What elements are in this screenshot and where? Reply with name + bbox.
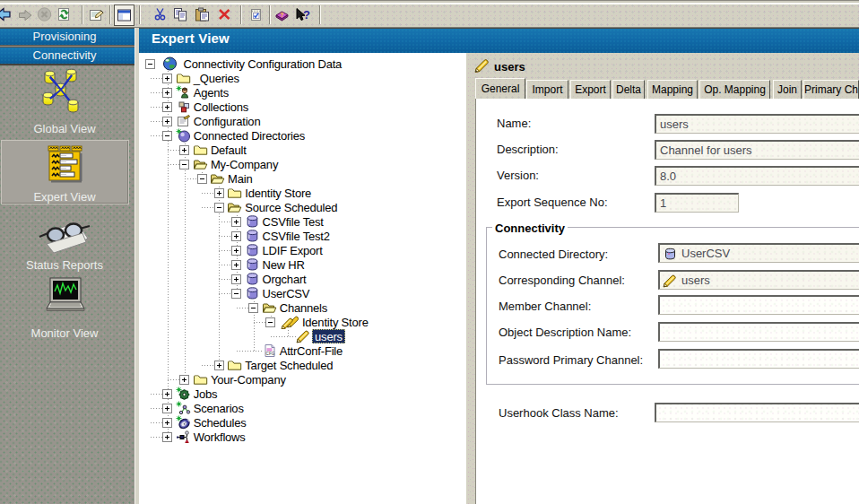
svg-text:?: ? (303, 8, 310, 22)
svg-text:CFG: CFG (265, 352, 274, 356)
svg-text:?: ? (281, 12, 284, 18)
